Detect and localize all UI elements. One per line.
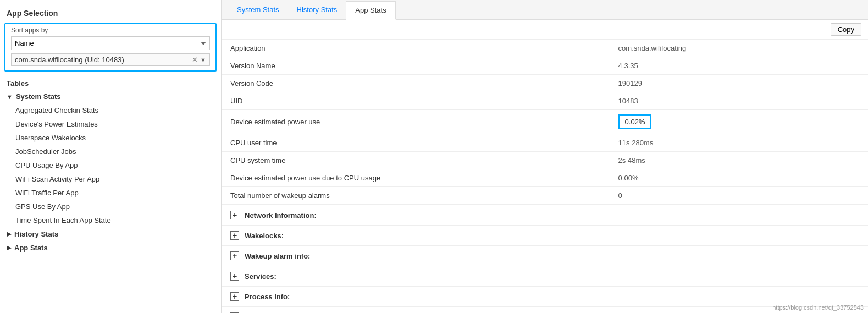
- sidebar-item-gps[interactable]: GPS Use By App: [0, 200, 221, 213]
- table-row: Device estimated power use due to CPU us…: [222, 169, 868, 187]
- system-stats-items: Aggregated Checkin Stats Device's Power …: [0, 103, 221, 227]
- url-bar: https://blog.csdn.net/qt_33752543: [772, 304, 864, 311]
- system-stats-group[interactable]: ▼ System Stats: [0, 90, 221, 103]
- table-row: Application com.snda.wifilocating: [222, 40, 868, 57]
- expand-process-info[interactable]: + Process info:: [222, 286, 868, 306]
- clear-icon[interactable]: ✕: [192, 56, 198, 64]
- highlighted-value: 0.02%: [618, 114, 652, 129]
- row-value: 190129: [610, 75, 868, 92]
- row-label: CPU system time: [222, 152, 610, 169]
- main-content: System Stats History Stats App Stats Cop…: [222, 0, 868, 313]
- row-label: UID: [222, 92, 610, 110]
- expand-label-network: Network Information:: [245, 211, 317, 219]
- tabs-bar: System Stats History Stats App Stats: [222, 0, 868, 20]
- sidebar-title: App Selection: [0, 6, 221, 21]
- sidebar-item-cpu-usage[interactable]: CPU Usage By App: [0, 158, 221, 172]
- expand-plus-icon: +: [230, 211, 239, 219]
- row-value: 0: [610, 187, 868, 205]
- sidebar: App Selection Sort apps by Name com.snda…: [0, 0, 222, 313]
- sidebar-item-power-estimates[interactable]: Device's Power Estimates: [0, 117, 221, 131]
- sort-select[interactable]: Name: [11, 36, 210, 50]
- expand-label-process: Process info:: [245, 293, 290, 301]
- expand-scheduled-job[interactable]: + Scheduled Job:: [222, 306, 868, 313]
- tree-section: ▼ System Stats Aggregated Checkin Stats …: [0, 90, 221, 255]
- tables-label: Tables: [0, 76, 221, 90]
- table-row: Total number of wakeup alarms 0: [222, 187, 868, 205]
- expand-arrow-icon-app: ▶: [7, 244, 11, 251]
- row-label: Device estimated power use: [222, 110, 610, 134]
- table-row: UID 10483: [222, 92, 868, 110]
- row-label: Total number of wakeup alarms: [222, 187, 610, 205]
- row-label: Device estimated power use due to CPU us…: [222, 169, 610, 187]
- app-stats-label: App Stats: [14, 244, 48, 252]
- row-value: 11s 280ms: [610, 134, 868, 152]
- expand-plus-icon: +: [230, 292, 239, 301]
- table-row: Version Name 4.3.35: [222, 57, 868, 75]
- sidebar-item-time-spent[interactable]: Time Spent In Each App State: [0, 213, 221, 227]
- table-row-highlighted: Device estimated power use 0.02%: [222, 110, 868, 134]
- copy-row: Copy: [222, 20, 868, 40]
- row-value: com.snda.wifilocating: [610, 40, 868, 57]
- table-row: CPU user time 11s 280ms: [222, 134, 868, 152]
- table-row: Version Code 190129: [222, 75, 868, 92]
- copy-button[interactable]: Copy: [831, 23, 861, 36]
- app-select-row[interactable]: com.snda.wifilocating (Uid: 10483) ✕ ▼: [11, 53, 210, 66]
- sidebar-item-aggregated[interactable]: Aggregated Checkin Stats: [0, 103, 221, 117]
- row-value: 10483: [610, 92, 868, 110]
- sidebar-item-wakelocks[interactable]: Userspace Wakelocks: [0, 131, 221, 145]
- expand-label-services: Services:: [245, 272, 277, 281]
- expand-plus-icon: +: [230, 272, 239, 281]
- expand-services[interactable]: + Services:: [222, 266, 868, 286]
- expand-wakelocks[interactable]: + Wakelocks:: [222, 225, 868, 245]
- expand-arrow-icon-history: ▶: [7, 230, 11, 238]
- tab-history-stats[interactable]: History Stats: [288, 1, 346, 19]
- sort-label: Sort apps by: [11, 26, 210, 34]
- row-value-highlighted: 0.02%: [610, 110, 868, 134]
- tab-system-stats[interactable]: System Stats: [228, 1, 288, 19]
- expand-label-wakelocks: Wakelocks:: [245, 232, 284, 240]
- sidebar-item-wifi-traffic[interactable]: WiFi Traffic Per App: [0, 186, 221, 200]
- expand-label-wakeup: Wakeup alarm info:: [245, 252, 310, 260]
- tab-app-stats[interactable]: App Stats: [346, 1, 395, 20]
- sidebar-item-scheduler[interactable]: JobScheduler Jobs: [0, 145, 221, 158]
- app-stats-group[interactable]: ▶ App Stats: [0, 241, 221, 255]
- history-stats-label: History Stats: [14, 230, 58, 238]
- sidebar-item-wifi-scan[interactable]: WiFi Scan Activity Per App: [0, 172, 221, 186]
- dropdown-arrow-icon[interactable]: ▼: [200, 57, 206, 63]
- sort-section: Sort apps by Name com.snda.wifilocating …: [4, 23, 217, 72]
- app-select-text: com.snda.wifilocating (Uid: 10483): [15, 56, 192, 64]
- table-row: CPU system time 2s 48ms: [222, 152, 868, 169]
- expand-plus-icon: +: [230, 251, 239, 260]
- expand-plus-icon: +: [230, 231, 239, 240]
- row-label: Version Code: [222, 75, 610, 92]
- row-value: 0.00%: [610, 169, 868, 187]
- expand-wakeup-alarm[interactable]: + Wakeup alarm info:: [222, 245, 868, 266]
- history-stats-group[interactable]: ▶ History Stats: [0, 227, 221, 241]
- expand-arrow-icon: ▼: [7, 94, 13, 100]
- content-area: Copy Application com.snda.wifilocating V…: [222, 20, 868, 313]
- row-label: Version Name: [222, 57, 610, 75]
- row-label: CPU user time: [222, 134, 610, 152]
- stats-table: Application com.snda.wifilocating Versio…: [222, 40, 868, 205]
- expand-network-info[interactable]: + Network Information:: [222, 205, 868, 225]
- row-value: 4.3.35: [610, 57, 868, 75]
- row-label: Application: [222, 40, 610, 57]
- row-value: 2s 48ms: [610, 152, 868, 169]
- system-stats-label: System Stats: [16, 92, 61, 101]
